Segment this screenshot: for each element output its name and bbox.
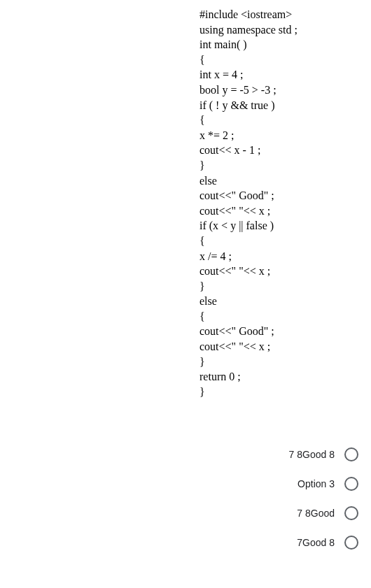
option-label: 7 8Good xyxy=(297,508,335,519)
option-label: 7 8Good 8 xyxy=(289,449,335,460)
code-line: { xyxy=(200,114,205,126)
option-label: Option 3 xyxy=(298,478,335,489)
code-line: x *= 2 ; xyxy=(200,129,234,141)
radio-icon[interactable] xyxy=(344,447,358,461)
code-line: using namespace std ; xyxy=(200,24,298,36)
code-line: cout<<" Good" ; xyxy=(200,189,274,201)
code-line: { xyxy=(200,235,205,247)
option-row[interactable]: Option 3 xyxy=(298,477,358,491)
code-line: if ( ! y && true ) xyxy=(200,99,275,111)
code-line: int main( ) xyxy=(200,38,247,50)
code-line: return 0 ; xyxy=(200,371,241,382)
radio-icon[interactable] xyxy=(344,506,358,520)
option-row[interactable]: 7 8Good xyxy=(297,506,358,520)
code-line: if (x < y || false ) xyxy=(200,220,274,231)
option-label: 7Good 8 xyxy=(297,537,335,548)
code-line: } xyxy=(200,280,205,292)
code-line: } xyxy=(200,356,205,368)
code-line: cout<<" Good" ; xyxy=(200,325,274,337)
code-line: else xyxy=(200,295,217,307)
code-line: } xyxy=(200,386,205,398)
code-line: } xyxy=(200,159,205,171)
code-line: { xyxy=(200,54,205,66)
option-row[interactable]: 7Good 8 xyxy=(297,536,358,550)
code-line: int x = 4 ; xyxy=(200,69,243,80)
code-line: cout<< x - 1 ; xyxy=(200,144,260,156)
code-line: cout<<" "<< x ; xyxy=(200,205,270,217)
code-line: bool y = -5 > -3 ; xyxy=(200,84,276,96)
code-line: #include <iostream> xyxy=(200,8,292,20)
code-line: { xyxy=(200,310,205,322)
code-line: else xyxy=(200,175,217,187)
code-line: cout<<" "<< x ; xyxy=(200,265,270,277)
radio-icon[interactable] xyxy=(344,536,358,550)
radio-icon[interactable] xyxy=(344,477,358,491)
code-block: #include <iostream> using namespace std … xyxy=(200,7,298,399)
code-line: x /= 4 ; xyxy=(200,250,232,262)
option-row[interactable]: 7 8Good 8 xyxy=(289,447,358,461)
answer-options: 7 8Good 8 Option 3 7 8Good 7Good 8 xyxy=(289,447,358,550)
code-line: cout<<" "<< x ; xyxy=(200,340,270,352)
